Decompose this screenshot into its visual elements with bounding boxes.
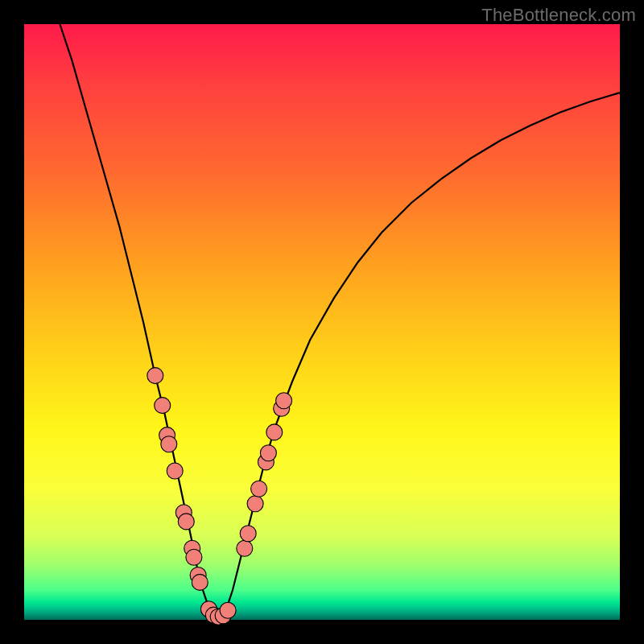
chart-frame: TheBottleneck.com	[0, 0, 644, 644]
data-marker	[240, 526, 256, 542]
data-marker	[260, 445, 276, 461]
bottleneck-curve	[60, 24, 620, 617]
chart-svg	[24, 24, 620, 620]
watermark-text: TheBottleneck.com	[481, 5, 636, 26]
data-marker	[247, 496, 263, 512]
data-marker	[192, 574, 208, 590]
data-marker	[251, 481, 267, 497]
data-marker	[186, 549, 202, 565]
data-marker	[276, 393, 292, 409]
data-marker	[167, 463, 183, 479]
data-marker	[237, 540, 253, 556]
data-marker	[266, 424, 283, 440]
data-marker	[147, 368, 163, 384]
data-marker	[220, 602, 236, 618]
plot-area	[24, 24, 620, 620]
data-marker	[155, 398, 171, 414]
data-marker	[178, 514, 194, 530]
data-marker	[161, 436, 177, 452]
marker-group	[147, 368, 292, 625]
